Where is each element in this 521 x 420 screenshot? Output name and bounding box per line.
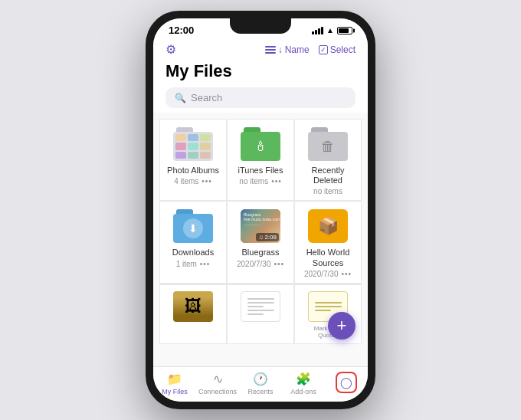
file-meta-count: no items <box>239 177 268 185</box>
select-label: Select <box>330 44 356 55</box>
file-meta-count: 1 item <box>176 260 197 268</box>
bluegrass-text: Bluegrassfree music nows.com............… <box>244 212 280 226</box>
sort-label: Name <box>285 44 310 55</box>
search-bar[interactable]: 🔍 Search <box>165 87 356 108</box>
file-grid: Photo Albums 4 items ••• 🕯 iTunes Files <box>153 113 368 366</box>
tab-special[interactable]: ◯ <box>325 372 368 395</box>
file-meta-count: no items <box>313 187 342 195</box>
file-item-mona[interactable]: 🖼 <box>159 284 227 344</box>
file-item-doc[interactable] <box>227 284 294 344</box>
status-icons: ▲ <box>312 26 352 34</box>
add-icon: + <box>337 316 347 336</box>
tab-label: My Files <box>162 388 188 395</box>
app-header: ⚙ ↓ Name ✓ <box>153 39 368 113</box>
toolbar-right: ↓ Name ✓ Select <box>265 44 356 55</box>
phone-frame: 12:00 ▲ ⚙ <box>146 11 375 409</box>
checkmark-icon: ✓ <box>320 46 326 54</box>
sort-button[interactable]: ↓ Name <box>265 44 310 55</box>
files-icon: 📁 <box>167 372 182 386</box>
file-item-recently-deleted[interactable]: 🗑 Recently Deleted no items <box>294 119 362 201</box>
file-thumbnail-hello: 📦 <box>308 209 348 243</box>
file-meta-date: 2020/7/30 <box>237 260 271 268</box>
file-item-photo-albums[interactable]: Photo Albums 4 items ••• <box>159 119 227 201</box>
tab-bar: 📁 My Files ∿ Connections 🕐 Recents 🧩 Add… <box>153 366 368 402</box>
notch <box>230 18 291 34</box>
file-meta-count: 4 items <box>174 177 198 185</box>
file-row-1: Photo Albums 4 items ••• 🕯 iTunes Files <box>159 119 362 201</box>
file-item-bluegrass[interactable]: Bluegrassfree music nows.com............… <box>227 201 294 283</box>
folder-icon-photo <box>173 127 213 161</box>
clock-icon: 🕐 <box>253 372 268 386</box>
mona-thumbnail: 🖼 <box>173 291 213 322</box>
signal-icon <box>312 27 323 34</box>
list-icon <box>265 46 276 54</box>
puzzle-icon: 🧩 <box>296 372 311 386</box>
file-meta: no items <box>298 187 358 195</box>
tab-label: Connections <box>198 388 237 395</box>
itunes-inner-icon: 🕯 <box>254 139 267 155</box>
doc-lines <box>247 298 274 315</box>
file-name: Photo Albums <box>167 166 219 176</box>
sort-arrow-icon: ↓ <box>278 44 283 55</box>
file-meta: 1 item ••• <box>163 260 223 268</box>
archive-thumb: 📦 <box>308 209 348 243</box>
tab-label: Add-ons <box>290 388 316 395</box>
checkbox-icon: ✓ <box>319 45 328 54</box>
wifi-icon: ▲ <box>326 26 334 34</box>
select-button[interactable]: ✓ Select <box>319 44 356 55</box>
file-name: Bluegrass <box>242 248 280 258</box>
add-button[interactable]: + <box>328 312 356 340</box>
file-row-3-partial: 🖼 <box>159 284 362 344</box>
file-meta: 4 items ••• <box>163 177 223 185</box>
more-icon[interactable]: ••• <box>200 260 211 268</box>
file-name: Recently Deleted <box>298 166 358 185</box>
more-icon[interactable]: ••• <box>271 177 282 185</box>
more-icon[interactable]: ••• <box>274 260 284 268</box>
toolbar: ⚙ ↓ Name ✓ <box>165 42 356 57</box>
search-placeholder: Search <box>191 92 222 103</box>
tab-addons[interactable]: 🧩 Add-ons <box>282 372 325 395</box>
tab-label: Recents <box>247 388 273 395</box>
doc-lines-2 <box>315 302 342 311</box>
file-name: Downloads <box>172 248 214 258</box>
more-icon[interactable]: ••• <box>341 270 352 278</box>
trash-icon: 🗑 <box>321 139 335 155</box>
compass-icon-border: ◯ <box>336 372 357 393</box>
battery-icon <box>337 27 352 34</box>
file-name: Hello World Sources <box>298 248 358 267</box>
file-row-2: ⬇ Downloads 1 item ••• Bluegrassfree mus… <box>159 201 362 283</box>
folder-icon-itunes: 🕯 <box>241 127 280 161</box>
doc-thumbnail <box>241 291 280 322</box>
file-item-downloads[interactable]: ⬇ Downloads 1 item ••• <box>159 201 227 283</box>
more-icon[interactable]: ••• <box>202 177 212 185</box>
video-duration: ♫ 2:08 <box>256 233 279 241</box>
file-item-hello-world[interactable]: 📦 Hello World Sources 2020/7/30 ••• <box>294 201 362 283</box>
folder-icon-downloads: ⬇ <box>173 209 213 243</box>
file-item-itunes[interactable]: 🕯 iTunes Files no items ••• <box>227 119 294 201</box>
folder-icon-deleted: 🗑 <box>308 127 348 161</box>
wifi-tab-icon: ∿ <box>213 372 223 386</box>
file-meta: 2020/7/30 ••• <box>231 260 290 268</box>
gear-icon[interactable]: ⚙ <box>165 42 176 57</box>
status-time: 12:00 <box>169 25 194 36</box>
file-thumbnail-bluegrass: Bluegrassfree music nows.com............… <box>241 209 280 243</box>
search-icon: 🔍 <box>175 93 186 103</box>
file-meta: 2020/7/30 ••• <box>298 270 358 278</box>
file-name: iTunes Files <box>238 166 283 176</box>
file-meta: no items ••• <box>231 177 290 185</box>
page-title: My Files <box>165 61 356 81</box>
phone-screen: 12:00 ▲ ⚙ <box>153 18 368 402</box>
file-meta-date: 2020/7/30 <box>304 270 339 278</box>
tab-recents[interactable]: 🕐 Recents <box>239 372 282 395</box>
tab-my-files[interactable]: 📁 My Files <box>153 372 196 395</box>
tab-connections[interactable]: ∿ Connections <box>196 372 239 395</box>
compass-icon: ◯ <box>340 376 352 389</box>
download-inner-icon: ⬇ <box>183 218 203 238</box>
